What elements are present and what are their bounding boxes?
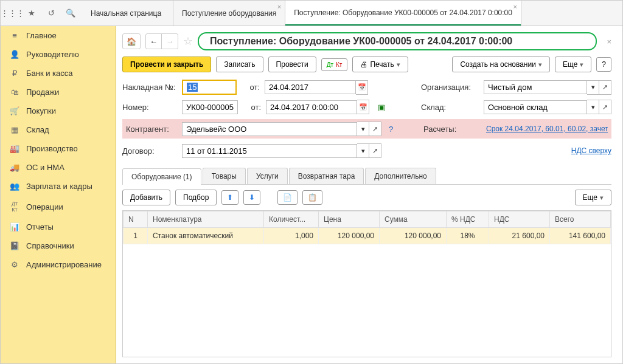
dtkt-button[interactable]: ДтКт [321, 58, 348, 71]
cell-vat-pct[interactable]: 18% [447, 228, 489, 244]
sidebar-item-assets[interactable]: 🚚ОС и НМА [1, 158, 116, 177]
chevron-down-icon: ▾ [600, 194, 604, 202]
sidebar-item-purchases[interactable]: 🛒Покупки [1, 101, 116, 120]
copy-button[interactable]: 📄 [277, 190, 298, 205]
dropdown-icon[interactable]: ▾ [357, 143, 369, 158]
grid-header-row: N Номенклатура Количест... Цена Сумма % … [124, 211, 611, 228]
save-button[interactable]: Записать [216, 57, 263, 72]
cell-sum[interactable]: 120 000,00 [380, 228, 447, 244]
cell-qty[interactable]: 1,000 [264, 228, 319, 244]
doc-header-row: 🏠 ← → ☆ Поступление: Оборудование УК00-0… [122, 32, 611, 50]
sidebar-item-operations[interactable]: ДтКтОперации [1, 196, 116, 218]
dropdown-icon[interactable]: ▾ [357, 122, 369, 136]
datetime-input[interactable] [266, 100, 357, 114]
cell-item[interactable]: Станок автоматический [148, 228, 264, 244]
apps-icon[interactable]: ⋮⋮⋮ [7, 8, 18, 19]
table-row[interactable]: 1 Станок автоматический 1,000 120 000,00… [124, 228, 611, 244]
book-icon: 📓 [9, 241, 20, 250]
open-icon[interactable]: ↗ [369, 122, 381, 136]
pick-button[interactable]: Подбор [175, 190, 217, 205]
close-icon[interactable]: × [277, 3, 281, 10]
sidebar-item-manager[interactable]: 👤Руководителю [1, 45, 116, 64]
doc-tab-additional[interactable]: Дополнительно [365, 168, 436, 184]
nav-back-button[interactable]: ← [146, 34, 162, 49]
add-row-button[interactable]: Добавить [122, 190, 170, 205]
table-more-button[interactable]: Еще▾ [575, 190, 611, 205]
org-input[interactable] [484, 80, 587, 94]
paste-button[interactable]: 📋 [302, 190, 322, 205]
cell-n[interactable]: 1 [124, 228, 148, 244]
sidebar-item-warehouse[interactable]: ▦Склад [1, 120, 116, 139]
vat-link[interactable]: НДС сверху [571, 146, 611, 155]
cell-price[interactable]: 120 000,00 [319, 228, 380, 244]
chevron-down-icon: ▾ [397, 61, 400, 69]
more-button[interactable]: Еще▾ [555, 57, 591, 72]
open-icon[interactable]: ↗ [599, 80, 611, 95]
tab-receipts[interactable]: Поступление оборудования × [173, 1, 285, 26]
arrow-up-icon: ⬆ [227, 193, 233, 202]
favorite-icon[interactable]: ☆ [183, 35, 193, 48]
move-down-button[interactable]: ⬇ [243, 190, 260, 205]
sidebar-item-admin[interactable]: ⚙Администрирование [1, 255, 116, 274]
calendar-icon[interactable]: 📅 [357, 100, 369, 114]
doc-tabs: Оборудование (1) Товары Услуги Возвратна… [122, 168, 611, 185]
ruble-icon: ₽ [9, 69, 20, 78]
dropdown-icon[interactable]: ▾ [587, 100, 599, 114]
chevron-down-icon: ▾ [538, 61, 542, 69]
create-based-button[interactable]: Создать на основании▾ [452, 57, 550, 72]
grid-icon: ▦ [9, 125, 20, 134]
sidebar-item-bank[interactable]: ₽Банк и касса [1, 64, 116, 83]
bag-icon: 🛍 [9, 88, 20, 97]
active-tab-underline [285, 24, 521, 26]
top-bar: ⋮⋮⋮ ★ ↺ 🔍 Начальная страница Поступление… [1, 1, 622, 26]
from-label-2: от: [243, 103, 261, 112]
close-icon[interactable]: × [513, 3, 517, 10]
nav-forward-button[interactable]: → [162, 34, 178, 49]
close-doc-button[interactable]: × [607, 37, 611, 46]
post-button[interactable]: Провести [268, 57, 316, 72]
help-button[interactable]: ? [596, 57, 611, 72]
open-icon[interactable]: ↗ [599, 100, 611, 114]
counterparty-label: Контрагент: [126, 125, 177, 134]
doc-tab-returnable[interactable]: Возвратная тара [289, 168, 364, 184]
tab-home[interactable]: Начальная страница [82, 1, 173, 26]
contract-input[interactable] [182, 144, 357, 158]
org-label: Организация: [421, 83, 479, 92]
search-icon[interactable]: 🔍 [65, 8, 76, 19]
invoice-date-input[interactable] [265, 80, 356, 94]
posted-icon[interactable]: ▣ [378, 103, 385, 112]
counterparty-input[interactable] [182, 122, 357, 136]
doc-tab-goods[interactable]: Товары [203, 168, 246, 184]
invoice-no-input[interactable]: 15 [182, 80, 237, 95]
arrow-down-icon: ⬇ [249, 193, 255, 202]
dropdown-icon[interactable]: ▾ [587, 80, 599, 95]
sidebar-item-sales[interactable]: 🛍Продажи [1, 83, 116, 101]
person-icon: 👤 [9, 50, 20, 59]
calc-link[interactable]: Срок 24.04.2017, 60.01, 60.02, зачет ... [486, 125, 608, 133]
post-and-close-button[interactable]: Провести и закрыть [122, 57, 211, 72]
help-icon[interactable]: ? [389, 125, 393, 134]
star-icon[interactable]: ★ [26, 8, 37, 19]
doc-tab-equipment[interactable]: Оборудование (1) [122, 168, 201, 185]
open-icon[interactable]: ↗ [369, 143, 381, 158]
items-grid[interactable]: N Номенклатура Количест... Цена Сумма % … [122, 210, 611, 357]
sidebar-item-production[interactable]: 🏭Производство [1, 139, 116, 158]
home-button[interactable]: 🏠 [122, 33, 141, 49]
calendar-icon[interactable]: 📅 [356, 80, 368, 95]
warehouse-input[interactable] [484, 100, 587, 114]
row-number: Номер: от: 📅 ▣ Склад: ▾ ↗ [122, 100, 611, 114]
history-icon[interactable]: ↺ [46, 8, 57, 19]
sidebar-item-hr[interactable]: 👥Зарплата и кадры [1, 177, 116, 196]
print-button[interactable]: 🖨Печать▾ [352, 57, 408, 72]
sidebar-item-catalogs[interactable]: 📓Справочники [1, 236, 116, 255]
cell-vat[interactable]: 21 600,00 [489, 228, 550, 244]
dtkt-icon: ДтКт [9, 201, 20, 213]
number-input[interactable] [182, 100, 238, 114]
doc-tab-services[interactable]: Услуги [247, 168, 288, 184]
tab-document[interactable]: Поступление: Оборудование УК00-000005 от… [285, 1, 521, 26]
number-label: Номер: [122, 103, 177, 112]
sidebar-item-main[interactable]: ≡Главное [1, 26, 116, 45]
sidebar-item-reports[interactable]: 📊Отчеты [1, 218, 116, 236]
cell-total[interactable]: 141 600,00 [550, 228, 611, 244]
move-up-button[interactable]: ⬆ [221, 190, 238, 205]
